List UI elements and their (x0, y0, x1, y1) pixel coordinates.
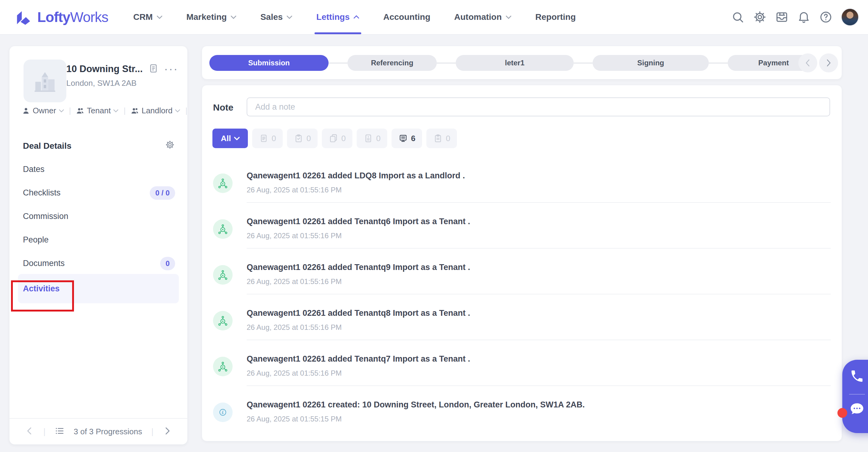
chevron-down-icon (113, 109, 119, 112)
step-referencing[interactable]: Referencing (347, 55, 437, 71)
menu-activities[interactable]: Activities (18, 274, 179, 303)
page: LoftyWorks CRM Marketing Sales Lettings … (0, 0, 868, 452)
network-node-icon (213, 357, 232, 376)
chat-bubble-icon[interactable] (849, 401, 865, 417)
help-icon[interactable] (819, 10, 833, 24)
note-input[interactable] (247, 97, 830, 116)
phone-call-icon[interactable] (850, 369, 864, 384)
filter-documents-chip[interactable]: 0 (322, 129, 352, 148)
nav-sales[interactable]: Sales (260, 0, 292, 34)
top-navigation-bar: LoftyWorks CRM Marketing Sales Lettings … (0, 0, 868, 35)
list-icon[interactable] (55, 426, 64, 437)
main-nav: CRM Marketing Sales Lettings Accounting … (133, 0, 576, 34)
activity-title: Qanewagent1 02261 added LDQ8 Import as a… (247, 171, 465, 181)
progression-steps-card: Submission Referencing leter1 Signing Pa… (202, 46, 842, 79)
property-more-menu[interactable]: ··· (164, 66, 179, 72)
activity-row: Qanewagent1 02261 added Tenantq6 Import … (202, 213, 842, 258)
menu-people[interactable]: People (9, 228, 187, 252)
landlord-dropdown[interactable]: Landlord (130, 106, 180, 116)
filter-notes-chip[interactable]: 0 (252, 129, 283, 148)
activity-list: Qanewagent1 02261 added LDQ8 Import as a… (202, 167, 842, 442)
property-location: London, SW1A 2AB (66, 78, 136, 88)
menu-dates[interactable]: Dates (9, 158, 187, 181)
nav-reporting[interactable]: Reporting (535, 0, 576, 34)
property-roles-row: Owner | Tenant | Landlord | (22, 106, 187, 116)
inbox-icon[interactable] (775, 10, 788, 24)
menu-documents[interactable]: Documents0 (9, 252, 187, 275)
tenant-dropdown[interactable]: Tenant (76, 106, 119, 116)
documents-badge: 0 (160, 257, 175, 270)
progressions-pager: | 3 of 3 Progressions | (9, 418, 187, 444)
nav-accounting[interactable]: Accounting (383, 0, 430, 34)
user-avatar[interactable] (841, 8, 859, 26)
monitor-lines-icon (398, 133, 408, 143)
filter-checklists-chip[interactable]: 0 (426, 129, 457, 148)
steps-prev-icon[interactable] (798, 54, 817, 72)
nav-automation[interactable]: Automation (454, 0, 512, 34)
filter-tasks-chip[interactable]: 0 (287, 129, 317, 148)
owner-dropdown[interactable]: Owner (22, 106, 64, 116)
activity-title: Qanewagent1 02261 added Tenantq7 Import … (247, 354, 470, 364)
network-node-icon (213, 311, 232, 330)
activity-row: Qanewagent1 02261 added LDQ8 Import as a… (202, 167, 842, 213)
header-actions (731, 8, 859, 26)
activities-panel: Note All 0 0 0 0 (202, 85, 842, 441)
settings-gear-icon[interactable] (165, 139, 175, 152)
contact-widget (842, 360, 868, 433)
step-submission[interactable]: Submission (209, 55, 329, 71)
notification-dot (837, 408, 847, 418)
step-connector (329, 63, 347, 64)
filter-invoices-chip[interactable]: 0 (357, 129, 387, 148)
steps-strip: Submission Referencing leter1 Signing Pa… (209, 55, 807, 71)
nav-marketing[interactable]: Marketing (186, 0, 237, 34)
filter-system-chip[interactable]: 6 (392, 129, 422, 148)
divider (247, 202, 831, 203)
gear-icon[interactable] (753, 10, 767, 24)
chevron-down-icon (175, 109, 180, 112)
activity-timestamp: 26 Aug, 2025 at 01:55:16 PM (247, 323, 342, 332)
network-node-icon (213, 219, 232, 239)
bell-icon[interactable] (797, 10, 810, 24)
loftyworks-logo[interactable]: LoftyWorks (14, 8, 108, 27)
network-node-icon (213, 173, 232, 193)
nav-crm[interactable]: CRM (133, 0, 163, 34)
menu-commission[interactable]: Commission (9, 205, 187, 228)
people-icon (130, 106, 139, 115)
person-icon (22, 106, 30, 115)
activity-row: Qanewagent1 02261 added Tenantq8 Import … (202, 304, 842, 350)
activity-title: Qanewagent1 02261 created: 10 Downing St… (247, 400, 585, 410)
search-icon[interactable] (731, 10, 745, 24)
steps-next-icon[interactable] (819, 54, 838, 72)
menu-deal-details[interactable]: Deal Details (9, 134, 187, 158)
nav-lettings[interactable]: Lettings (316, 0, 360, 34)
filter-all-button[interactable]: All (212, 129, 248, 148)
pager-prev-icon[interactable] (25, 426, 34, 437)
divider: | (123, 106, 126, 116)
deal-sidebar: 10 Downing Str... ··· London, SW1A 2AB O… (9, 46, 188, 445)
step-signing[interactable]: Signing (593, 55, 709, 71)
step-payment[interactable]: Payment (728, 55, 807, 71)
property-thumbnail (24, 60, 66, 102)
menu-checklists[interactable]: Checklists0 / 0 (9, 181, 187, 205)
building-icon (32, 68, 58, 94)
step-leter1[interactable]: leter1 (456, 55, 574, 71)
activity-row: Qanewagent1 02261 added Tenantq7 Import … (202, 350, 842, 396)
pager-label: 3 of 3 Progressions (74, 427, 142, 437)
divider: | (185, 106, 187, 116)
activity-timestamp: 26 Aug, 2025 at 01:55:16 PM (247, 277, 342, 286)
note-lines-icon (259, 133, 269, 143)
divider (247, 385, 831, 386)
property-notes-icon[interactable] (148, 63, 159, 75)
clipboard-lines-icon (433, 133, 443, 143)
divider (247, 248, 831, 249)
step-connector (574, 63, 593, 64)
svg-text:£: £ (222, 410, 224, 415)
note-label: Note (213, 102, 234, 113)
chevron-down-icon (234, 137, 240, 140)
pager-next-icon[interactable] (163, 426, 172, 437)
loftyworks-logo-text: LoftyWorks (37, 9, 108, 25)
divider: | (151, 427, 153, 437)
copy-pages-icon (329, 133, 338, 143)
divider (247, 294, 831, 294)
people-icon (76, 106, 84, 115)
